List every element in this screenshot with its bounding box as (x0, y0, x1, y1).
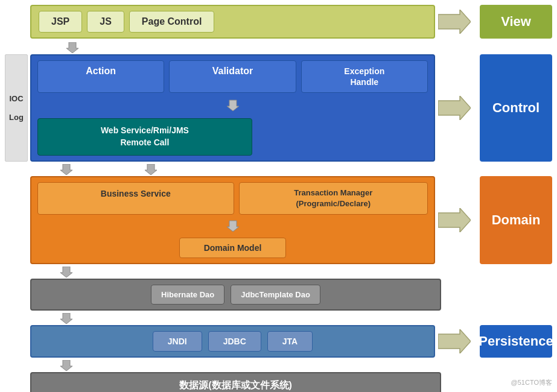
view-boxes: JSP JS Page Control (30, 5, 435, 39)
svg-marker-2 (227, 100, 239, 111)
datasource-box: 数据源(数据库或文件系统) (30, 372, 441, 392)
view-label: View (480, 5, 552, 39)
jdbc-box: JDBC (208, 331, 261, 352)
jta-box: JTA (267, 331, 313, 352)
business-service-box: Business Service (37, 182, 234, 215)
control-row: IOC Log Action Validator Exception Handl… (5, 54, 552, 162)
exception-box: Exception Handle (301, 60, 428, 93)
domain-inner: Business Service Transaction Manager (Pr… (30, 176, 435, 264)
down-arrow-3 (60, 267, 72, 277)
hibernate-dao-box: Hibernate Dao (151, 285, 224, 305)
dao-inner: Hibernate Dao JdbcTemplate Dao (30, 279, 441, 311)
datasource-row: 数据源(数据库或文件系统) (5, 372, 552, 392)
svg-marker-4 (60, 164, 72, 175)
persistence-label: Persistence (480, 325, 552, 358)
svg-marker-10 (438, 329, 471, 353)
svg-marker-9 (60, 313, 72, 324)
diagram-container: JSP JS Page Control View IOC Log Act (0, 0, 557, 392)
down-arrow-domain (37, 220, 428, 233)
jndi-box: JNDI (153, 331, 202, 352)
svg-marker-11 (60, 360, 72, 371)
svg-marker-0 (438, 10, 471, 34)
transaction-manager-box: Transaction Manager (Programic/Declare) (239, 182, 428, 215)
domain-top-boxes: Business Service Transaction Manager (Pr… (37, 182, 428, 215)
jdbc-template-dao-box: JdbcTemplate Dao (231, 285, 320, 305)
domain-arrow (435, 176, 474, 264)
svg-marker-8 (60, 267, 72, 277)
jndi-inner: JNDI JDBC JTA (30, 325, 435, 358)
down-arrow-2a (60, 164, 72, 175)
control-label: Control (480, 54, 552, 162)
log-label: Log (9, 113, 24, 122)
control-top-boxes: Action Validator Exception Handle (37, 60, 428, 93)
action-box: Action (37, 60, 164, 93)
dao-row: Hibernate Dao JdbcTemplate Dao (5, 279, 552, 311)
down-arrow-1 (66, 42, 78, 53)
webservice-box: Web Service/Rmi/JMS Remote Call (37, 118, 252, 155)
down-arrow-4 (60, 313, 72, 324)
ioc-label: IOC (9, 94, 23, 103)
domain-model-row: Domain Model (37, 238, 428, 258)
ioc-log-sidebar: IOC Log (5, 54, 28, 162)
view-arrow (435, 5, 474, 39)
js-box: JS (87, 11, 124, 33)
domain-model-box: Domain Model (179, 238, 287, 258)
domain-row: Business Service Transaction Manager (Pr… (5, 176, 552, 264)
persistence-arrow (435, 325, 474, 358)
svg-marker-6 (227, 221, 239, 232)
validator-box: Validator (169, 60, 296, 93)
svg-marker-7 (438, 208, 471, 232)
control-inner: Action Validator Exception Handle Web Se… (30, 54, 435, 162)
control-second-row: Web Service/Rmi/JMS Remote Call (37, 118, 428, 155)
dao-arrow-spacer (441, 279, 480, 311)
down-arrow-5 (60, 360, 72, 371)
svg-marker-1 (66, 42, 78, 53)
down-arrow-control (37, 99, 428, 112)
svg-marker-5 (145, 164, 157, 175)
watermark: @51CTO博客 (511, 378, 552, 387)
jndi-row: JNDI JDBC JTA Persistence (5, 325, 552, 358)
view-row: JSP JS Page Control View (5, 5, 552, 39)
control-arrow (435, 54, 474, 162)
svg-marker-3 (438, 96, 471, 120)
page-control-box: Page Control (129, 11, 215, 33)
domain-label: Domain (480, 176, 552, 264)
down-arrow-2b (145, 164, 157, 175)
jsp-box: JSP (39, 11, 82, 33)
